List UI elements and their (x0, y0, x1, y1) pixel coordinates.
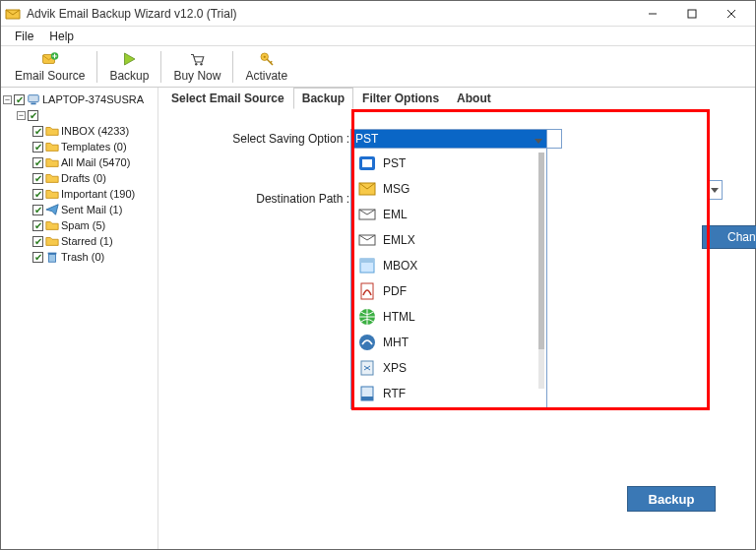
tree-folder[interactable]: ✔INBOX (4233) (25, 123, 156, 139)
dropdown-selected-text: PST (355, 132, 378, 146)
checkbox[interactable]: ✔ (32, 189, 43, 200)
collapse-icon[interactable]: − (17, 111, 26, 120)
format-icon (357, 256, 377, 275)
tree-folder[interactable]: ✔Starred (1) (25, 233, 156, 249)
checkbox[interactable]: ✔ (32, 173, 43, 184)
backup-button[interactable]: Backup (627, 486, 716, 512)
format-icon (357, 205, 377, 224)
dropdown-option-label: EMLX (383, 233, 415, 247)
dropdown-option[interactable]: MBOX (353, 253, 544, 278)
folder-icon (45, 203, 59, 216)
dropdown-option-label: MBOX (383, 259, 417, 273)
dropdown-option-label: HTML (383, 310, 415, 324)
dropdown-option[interactable]: EMLX (353, 227, 544, 253)
tree-folder[interactable]: ✔Trash (0) (25, 249, 156, 265)
checkbox[interactable]: ✔ (32, 126, 43, 137)
dropdown-option[interactable]: XPS (353, 355, 544, 381)
tab-select-email-source[interactable]: Select Email Source (162, 88, 293, 109)
toolbar-separator (96, 51, 97, 83)
window-title: Advik Email Backup Wizard v12.0 (Trial) (27, 7, 633, 21)
secondary-combobox[interactable] (707, 180, 723, 200)
dropdown-selected[interactable]: PST (351, 130, 546, 148)
svg-point-7 (195, 63, 197, 65)
toolbar-separator (232, 51, 233, 83)
svg-point-26 (359, 335, 375, 350)
checkbox[interactable]: ✔ (14, 94, 25, 105)
checkbox[interactable]: ✔ (32, 142, 43, 153)
checkbox[interactable]: ✔ (32, 236, 43, 247)
dropdown-option[interactable]: MSG (353, 176, 544, 202)
key-icon (258, 50, 276, 68)
tree-subroot[interactable]: − ✔ (3, 107, 156, 123)
play-icon (120, 50, 138, 68)
dropdown-option[interactable]: EML (353, 202, 544, 227)
label-saving-option: Select Saving Option : (178, 132, 355, 146)
main-panel: Select Email Source Backup Filter Option… (158, 88, 755, 549)
menu-file[interactable]: File (7, 30, 41, 43)
tree-folder[interactable]: ✔Drafts (0) (25, 170, 156, 186)
checkbox[interactable]: ✔ (28, 110, 38, 121)
svg-rect-13 (49, 254, 56, 262)
maximize-button[interactable] (672, 1, 712, 27)
saving-option-dropdown[interactable]: PST PSTMSGEMLEMLXMBOXPDFHTMLMHTXPSRTF (350, 129, 547, 409)
menu-help[interactable]: Help (41, 30, 82, 43)
tree-folder[interactable]: ✔Templates (0) (25, 139, 156, 154)
folder-icon (45, 250, 59, 264)
toolbar-backup[interactable]: Backup (101, 46, 157, 88)
backup-panel: Select Saving Option : Destination Path … (158, 109, 755, 549)
checkbox[interactable]: ✔ (32, 252, 43, 263)
tab-about[interactable]: About (448, 88, 500, 109)
folder-icon (45, 171, 59, 185)
dropdown-option[interactable]: PST (353, 151, 544, 176)
folder-label: INBOX (4233) (61, 125, 129, 137)
scrollbar-thumb[interactable] (538, 153, 544, 349)
tree-folder[interactable]: ✔All Mail (5470) (25, 154, 156, 170)
folder-label: All Mail (5470) (61, 156, 130, 168)
folder-tree: − ✔ LAPTOP-374SUSRA − ✔ ✔INBOX (4233)✔Te… (1, 88, 158, 549)
format-icon (357, 333, 377, 352)
dropdown-option[interactable]: MHT (353, 330, 544, 355)
tree-folder[interactable]: ✔Important (190) (25, 186, 156, 202)
tree-root[interactable]: − ✔ LAPTOP-374SUSRA (3, 92, 156, 107)
svg-marker-6 (125, 53, 136, 65)
svg-point-8 (201, 63, 203, 65)
folder-icon (45, 234, 59, 248)
collapse-icon[interactable]: − (3, 95, 12, 104)
dropdown-option-label: RTF (383, 387, 406, 400)
change-button[interactable]: Change... (702, 225, 756, 249)
svg-rect-29 (361, 397, 373, 400)
toolbar-separator (160, 51, 161, 83)
toolbar-buy-now[interactable]: Buy Now (165, 46, 228, 88)
checkbox[interactable]: ✔ (32, 157, 43, 168)
svg-rect-23 (360, 259, 374, 263)
format-icon (357, 179, 377, 199)
svg-point-10 (263, 56, 265, 58)
folder-label: Trash (0) (61, 251, 104, 263)
toolbar-activate[interactable]: Activate (237, 46, 295, 88)
svg-rect-14 (48, 253, 57, 255)
dropdown-option-label: PDF (383, 284, 407, 298)
tab-backup[interactable]: Backup (293, 88, 353, 109)
close-button[interactable] (712, 1, 751, 27)
toolbar-email-source[interactable]: Email Source (7, 46, 93, 88)
dropdown-option[interactable]: PDF (353, 278, 544, 304)
dropdown-option[interactable]: RTF (353, 381, 544, 406)
dropdown-option[interactable]: HTML (353, 304, 544, 330)
tab-filter-options[interactable]: Filter Options (353, 88, 448, 109)
dropdown-option-label: PST (383, 156, 406, 170)
tab-bar: Select Email Source Backup Filter Option… (158, 88, 755, 109)
app-icon (5, 6, 21, 22)
cart-icon (188, 50, 206, 68)
tree-folder[interactable]: ✔Spam (5) (25, 217, 156, 233)
label-destination-path: Destination Path : (178, 192, 355, 206)
toolbar-label: Activate (245, 69, 287, 83)
tree-folder[interactable]: ✔Sent Mail (1) (25, 202, 156, 217)
checkbox[interactable]: ✔ (32, 205, 43, 215)
folder-label: Templates (0) (61, 141, 127, 153)
format-icon (357, 230, 377, 250)
folder-label: Important (190) (61, 188, 135, 200)
folder-label: Spam (5) (61, 219, 105, 231)
minimize-button[interactable] (633, 1, 672, 27)
format-icon (357, 358, 377, 378)
checkbox[interactable]: ✔ (32, 220, 43, 231)
